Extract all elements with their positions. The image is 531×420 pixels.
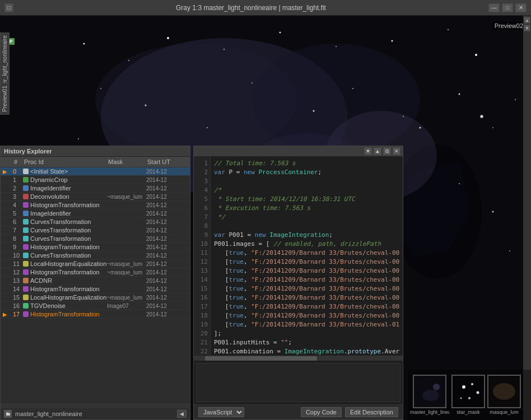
folder-icon: 🖿 (4, 410, 12, 418)
history-row[interactable]: 11LocalHistogramEqualization~masque_lum2… (1, 260, 190, 268)
history-footer: 🖿 master_light_nonlineaire ◀ (1, 408, 190, 419)
app-icon: □ (4, 3, 13, 12)
history-row[interactable]: 5ImageIdentifier2014-12 (1, 209, 190, 218)
history-nav-button[interactable]: ◀ (177, 410, 187, 418)
history-row[interactable]: 3Deconvolution~masque_lum2014-12 (1, 193, 190, 201)
line-numbers: 1234567891011121314151617181920212223242… (194, 157, 211, 355)
thumbnail-area: master_light_lineaire star_mask (408, 370, 531, 420)
svg-point-20 (251, 82, 253, 83)
history-header: # Proc Id Mask Start UT (1, 157, 190, 167)
history-row[interactable]: 10CurvesTransformation2014-12 (1, 251, 190, 260)
svg-point-40 (515, 99, 516, 100)
history-explorer-panel: History Explorer # Proc Id Mask Start UT… (0, 146, 190, 420)
history-row[interactable]: 12HistogramTransformation~masque_lum2014… (1, 268, 190, 277)
svg-point-55 (493, 383, 515, 400)
svg-point-52 (460, 398, 462, 399)
history-row[interactable]: 9HistogramTransformation2014-12 (1, 243, 190, 251)
edit-description-button[interactable]: Edit Description (345, 407, 398, 417)
svg-point-39 (492, 211, 494, 213)
svg-point-10 (167, 37, 169, 39)
svg-point-14 (392, 40, 393, 42)
code-body[interactable]: 1234567891011121314151617181920212223242… (194, 157, 403, 355)
svg-rect-48 (453, 376, 484, 407)
main-area: NOP master_light_nonlineaire Preview01 P… (0, 16, 531, 420)
thumb-label-master: master_light_lineaire (410, 409, 449, 415)
svg-point-18 (145, 105, 147, 106)
thumb-label-star: star_mask (457, 409, 480, 415)
thumb-masque-lum[interactable]: masque_lum (487, 375, 521, 415)
code-panel-header: ▼ ▲ ⧉ ✕ (194, 146, 403, 157)
language-selector[interactable]: JavaScript (198, 407, 244, 417)
history-table[interactable]: # Proc Id Mask Start UT ▶0<Initial State… (1, 157, 190, 402)
history-panel-title: History Explorer (1, 146, 190, 157)
svg-point-9 (128, 60, 129, 61)
history-row[interactable]: 8CurvesTransformation2014-12 (1, 235, 190, 243)
preview-area: NOP master_light_nonlineaire Preview01 P… (0, 16, 531, 420)
svg-point-23 (403, 116, 404, 117)
thumb-img-master (413, 375, 446, 408)
panel-float-button[interactable]: ⧉ (383, 147, 391, 155)
history-row[interactable]: 13ACDNR2014-12 (1, 277, 190, 285)
history-row[interactable]: 14HistogramTransformation2014-12 (1, 285, 190, 293)
thumb-star-mask[interactable]: star_mask (451, 375, 485, 415)
history-row[interactable]: 4HistogramTransformation2014-12 (1, 201, 190, 209)
preview02-label: Preview02 (492, 21, 525, 30)
code-horizontal-scrollbar[interactable] (194, 355, 403, 361)
svg-point-38 (459, 183, 460, 184)
window-title: Gray 1:3 master_light_nonlineaire | mast… (13, 4, 488, 12)
svg-point-49 (462, 385, 465, 389)
svg-point-41 (509, 250, 510, 251)
history-row[interactable]: ▶0<Initial State>2014-12 (1, 167, 190, 176)
minimize-button[interactable]: — (488, 3, 500, 12)
panel-up-button[interactable]: ▲ (374, 147, 381, 155)
history-row[interactable]: 1DynamicCrop2014-12 (1, 176, 190, 184)
code-content[interactable]: // Total time: 7.563 svar P = new Proces… (211, 157, 403, 355)
history-image-label: master_light_nonlineaire (15, 410, 174, 417)
svg-point-16 (475, 54, 477, 56)
svg-point-19 (207, 127, 208, 128)
history-row[interactable]: 15LocalHistogramEqualization~masque_lum2… (1, 293, 190, 302)
thumb-img-masque (487, 375, 521, 408)
scroll-down-button[interactable]: ▼ (524, 25, 530, 31)
history-row[interactable]: 6CurvesTransformation2014-12 (1, 218, 190, 226)
history-row[interactable]: 16TGVDenoiseImage072014-12 (1, 302, 190, 310)
history-scrollbar[interactable] (1, 402, 190, 408)
svg-point-13 (336, 46, 337, 47)
history-row[interactable]: ▶17HistogramTransformation2014-12 (1, 310, 190, 319)
copy-code-button[interactable]: Copy Code (301, 407, 342, 417)
code-footer: JavaScript Copy Code Edit Description (194, 404, 403, 419)
svg-point-7 (95, 44, 297, 156)
maximize-button[interactable]: □ (502, 3, 513, 12)
history-rows-container: ▶0<Initial State>2014-121DynamicCrop2014… (1, 167, 190, 319)
svg-point-47 (422, 390, 439, 401)
svg-point-11 (223, 49, 225, 50)
panel-close-button[interactable]: ✕ (393, 147, 400, 155)
history-row[interactable]: 7CurvesTransformation2014-12 (1, 226, 190, 235)
code-panel: ▼ ▲ ⧉ ✕ 12345678910111213141516171819202… (193, 146, 403, 420)
svg-point-8 (83, 43, 85, 45)
close-button[interactable]: ✕ (515, 3, 527, 12)
svg-point-51 (477, 391, 479, 394)
svg-point-17 (100, 88, 101, 89)
window-controls: — □ ✕ (488, 3, 527, 12)
svg-point-37 (420, 127, 421, 129)
svg-point-26 (78, 138, 79, 139)
panel-collapse-button[interactable]: ▼ (364, 147, 372, 155)
scroll-up-button[interactable]: ▲ (524, 17, 530, 24)
svg-point-46 (433, 384, 440, 390)
thumb-master-lineaire[interactable]: master_light_lineaire (410, 375, 449, 415)
svg-point-24 (459, 94, 460, 95)
svg-point-15 (448, 29, 449, 30)
svg-point-21 (313, 110, 315, 112)
side-tab-preview01[interactable]: Preview01 (0, 83, 10, 115)
svg-point-22 (352, 88, 353, 89)
svg-point-53 (468, 397, 471, 399)
svg-point-44 (481, 116, 482, 117)
svg-point-25 (492, 127, 493, 128)
thumb-label-masque: masque_lum (490, 409, 519, 415)
title-bar: □ Gray 1:3 master_light_nonlineaire | ma… (0, 0, 531, 16)
svg-point-50 (471, 383, 473, 385)
scroll-thumb[interactable] (205, 356, 317, 361)
history-row[interactable]: 2ImageIdentifier2014-12 (1, 184, 190, 193)
right-edge-controls: ▲ ▼ (523, 16, 531, 420)
